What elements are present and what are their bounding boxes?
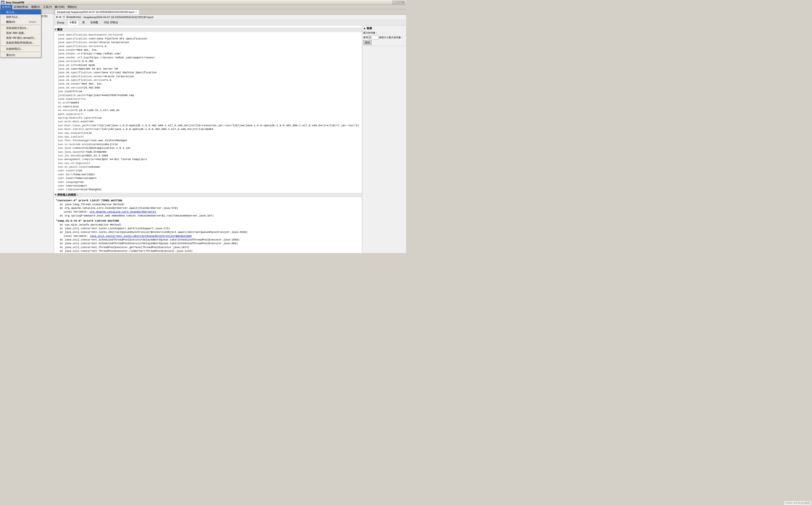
prop-spring-beaninfo: spring.beaninfo.ignore=true	[56, 116, 360, 120]
menu-file[interactable]: 文件(F)	[0, 5, 12, 9]
prop-path-sep: path.separator=:	[56, 112, 360, 116]
sub-tabs: Dump ℹ 概览 类 实例数 OQL 控制台	[54, 20, 406, 25]
close-button[interactable]: ✕	[401, 1, 405, 4]
prop-java-vendor-url: java.vendor.url=https://www.redhat.com/	[56, 52, 360, 56]
menu-bar: 文件(F) 应用程序(A) 视图(V) 工具(T) 窗口(W) 帮助(H)	[0, 5, 406, 9]
prop-java-vendor: java.vendor=Red Hat, Inc.	[56, 48, 360, 52]
title-bar-buttons: _ □ ✕	[392, 1, 405, 4]
sub-tab-dump[interactable]: Dump	[55, 20, 67, 25]
sub-tab-oql[interactable]: OQL 控制台	[101, 20, 120, 25]
prop-java-spec-version: java.specification.version=1.8	[56, 45, 360, 48]
prop-os-version: os.version=3.10.0-1160.31.1.el7.x86_64	[56, 109, 360, 112]
menu-item-add-vm-dump[interactable]: 添加 VM 核心 dump(O)...	[0, 35, 41, 40]
section-threads[interactable]: 准转储上的线程：	[54, 193, 362, 197]
breadcrumb-icon: ⬅	[56, 15, 58, 19]
menu-item-add-app[interactable]: 添加应用程序/快照(A)...	[0, 40, 41, 45]
menu-item-add-remote[interactable]: 添加远程主机(H)...	[0, 25, 41, 30]
menu-item-add-jmx[interactable]: 添加 JMX 连接...	[0, 30, 41, 35]
prop-os-arch: os.arch=amd64	[56, 101, 360, 105]
prop-java-vm-spec-name: java.vm.specification.name=Java Virtual …	[56, 71, 360, 75]
sub-tab-overview[interactable]: ℹ 概览	[67, 20, 79, 25]
sub-tab-classes[interactable]: 类	[80, 20, 87, 25]
prop-sun-java-command: sun.java.command=AllBootApplication-1.0.…	[56, 146, 360, 150]
prop-sun-font: sun.font.fontmanager=sun.awt.X11FontMana…	[56, 139, 360, 143]
prop-user-name: user.name=unismart	[56, 184, 360, 188]
section-overview[interactable]: 概述	[54, 27, 362, 32]
prop-user-country: user.country=US	[56, 169, 360, 173]
prop-java-version: java.version=1.8.0_402	[56, 60, 360, 63]
breadcrumb: ⬅ ➡ ☕ [heapdump] › heapdump2024-04-07-18…	[54, 15, 406, 20]
prop-user-language: user.language=en	[56, 180, 360, 184]
maximize-button[interactable]: □	[397, 1, 401, 4]
search-title: ▲ 检索	[363, 26, 405, 30]
menu-window[interactable]: 窗口(W)	[53, 5, 66, 9]
thread-2-link-1[interactable]: java.util.concurrent.locks.AbstractQueue…	[90, 235, 192, 238]
separator-2	[1, 46, 40, 46]
thread-2-line-4: Local Variable: java.util.concurrent.loc…	[56, 234, 360, 238]
prop-sun-cpu-endian: sun.cpu.endian=little	[56, 132, 360, 135]
prop-sun-os-patch: sun.os.patch.level=unknown	[56, 165, 360, 169]
prop-java-vm-name: java.vm.name=OpenJDK 64-Bit Server VM	[56, 67, 360, 71]
menu-item-workspace[interactable]: 划作方(J)...	[0, 14, 41, 19]
menu-tools[interactable]: 工具(T)	[42, 5, 53, 9]
sub-tab-instances[interactable]: 实例数	[88, 20, 100, 25]
app-icon: ☕	[1, 1, 4, 4]
prop-os-name: os.name=Linux	[56, 105, 360, 109]
right-panel: [heapdump] heapdump2024-04-07-18-0335483…	[54, 9, 406, 253]
content-with-sidebar: 概述 java.specification.maintenance.versio…	[54, 25, 406, 253]
thread-2-line-1: at sun.misc.Unsafe.park(Native Method)	[56, 223, 360, 227]
prop-sun-mgmt-compiler: sun.management.compiler=HotSpot 64-Bit T…	[56, 158, 360, 161]
thread-1-line-1: at java.lang.Thread.sleep(Native Method)	[56, 203, 360, 206]
prop-sun-cpu-isalist: sun.cpu.isalist=	[56, 135, 360, 139]
prop-java-vm-vendor: java.vm.vendor=Red Hat, Inc.	[56, 82, 360, 86]
breadcrumb-separator: ›	[82, 16, 83, 19]
file-dropdown: 装入(I)... 划作方(J)... 删除(D) Delete 添加远程主机(H…	[0, 9, 41, 58]
prop-sun-boot-class: sun.boot.class.path=/usr/lib/jvm/java-1.…	[56, 124, 360, 128]
main-container: 应用程序 ▶ lr.RemoteMavenServer36 (pid 2276)…	[0, 9, 406, 253]
prop-jnidispatch: jnidispatch.path=/tmp/jna274446370567416…	[56, 94, 360, 97]
menu-item-load[interactable]: 装入(I)...	[0, 10, 41, 14]
prop-user-timezone: user.timezone=Asia/Shanghai	[56, 188, 360, 191]
breadcrumb-icon2: ➡	[59, 15, 61, 19]
prop-sun-nio-buglevel: sun.nio.ch.bugLevel=	[56, 162, 360, 165]
prop-sun-boot-lib: sun.boot.library.path=/usr/lib/jvm/java-…	[56, 128, 360, 131]
search-button[interactable]: 查找	[363, 40, 372, 45]
search-input-row: 查询 保留大小最大的对象：	[363, 35, 405, 39]
thread-1-link-1[interactable]: org.apache.catalina.core.StandardServer#…	[90, 210, 156, 213]
tab-heapdump[interactable]: [heapdump] heapdump2024-04-07-18-0335483…	[55, 10, 139, 14]
right-sidebar: ▲ 检索 最大的对象： 查询 保留大小最大的对象： 查找	[362, 25, 406, 253]
menu-item-exit[interactable]: 退出(X)	[0, 53, 41, 57]
tab-label: [heapdump] heapdump2024-04-07-18-0335483…	[57, 11, 134, 13]
menu-item-compare[interactable]: 比较快照(C)...	[0, 46, 41, 51]
prop-java-spec-vendor: java.specification.vendor=Oracle Corpora…	[56, 41, 360, 45]
prop-java-vm-version: java.vm.version=25.402-b06	[56, 86, 360, 90]
prop-line-sep: line.separator=\n	[56, 97, 360, 101]
thread-1-line-2: at org.apache.catalina.core.StandardServ…	[56, 206, 360, 210]
thread-2-line-2: at java.util.concurrent.locks.LockSuppor…	[56, 227, 360, 231]
thread-2-header: "snmp_CS-S-th-6" prio=5 tid=146 WAITING	[56, 219, 360, 223]
separator-1	[1, 25, 40, 25]
breadcrumb-part2: heapdump2024-04-07-18-033548385024162195…	[84, 16, 153, 19]
menu-app[interactable]: 应用程序(A)	[12, 5, 30, 9]
prop-java-vm-spec-version: java.vm.specification.version=1.8	[56, 78, 360, 82]
menu-item-delete[interactable]: 删除(D) Delete	[0, 19, 41, 24]
prop-sun-io-unicode: sun.io.unicode.encoding=UnicodeLittle	[56, 143, 360, 146]
thread-2-line-8: at java.util.concurrent.ThreadPoolExecut…	[56, 249, 360, 253]
menu-view[interactable]: 视图(V)	[30, 5, 42, 9]
thread-1-header: "container-0" prio=5 tid=27 TIMED_WAITIN…	[56, 199, 360, 202]
prop-java-vendor-bug: java.vendor.url.bug=https://access.redha…	[56, 56, 360, 60]
title-bar-text: Java VisualVM	[5, 1, 392, 4]
prop-java-spec-name: java.specification.name=Java Platform AP…	[56, 37, 360, 41]
count-input[interactable]	[369, 35, 379, 39]
tab-close-icon[interactable]: ✕	[135, 11, 137, 13]
prop-sun-arch-data: sun.arch.data.model=64	[56, 120, 360, 123]
thread-2-line-6: at java.util.concurrent.ScheduledThreadP…	[56, 242, 360, 245]
prop-sun-java-launcher: sun.java.launcher=SUN_STANDARD	[56, 150, 360, 154]
thread-2-line-7: at java.util.concurrent.ThreadPoolExecut…	[56, 246, 360, 249]
menu-help[interactable]: 帮助(H)	[66, 5, 78, 9]
thread-2-line-5: at java.util.concurrent.ScheduledThreadP…	[56, 238, 360, 242]
content-area: ⬅ ➡ ☕ [heapdump] › heapdump2024-04-07-18…	[54, 15, 406, 253]
minimize-button[interactable]: _	[392, 1, 396, 4]
file-menu: 装入(I)... 划作方(J)... 删除(D) Delete 添加远程主机(H…	[0, 9, 41, 58]
title-bar: ☕ Java VisualVM _ □ ✕	[0, 0, 406, 5]
